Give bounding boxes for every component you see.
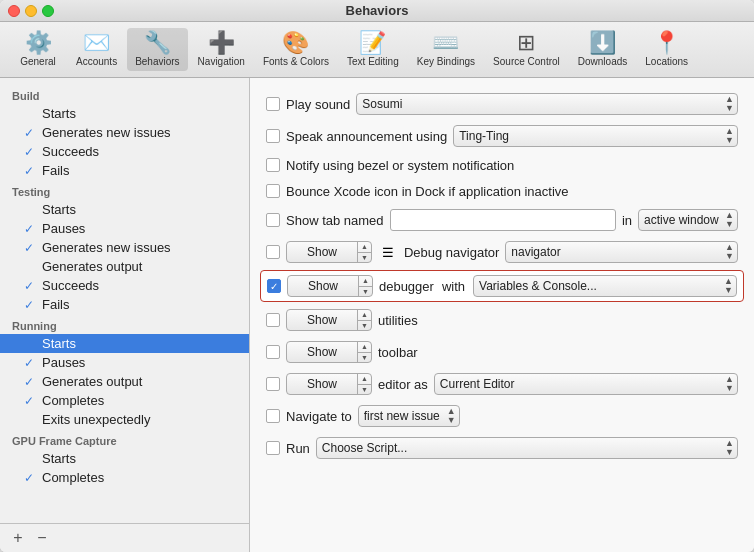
show-toolbar-checkbox[interactable]	[266, 345, 280, 359]
show-editor-stepper[interactable]: Show ▲ ▼	[286, 373, 372, 395]
show-debugger-up[interactable]: ▲	[359, 276, 372, 287]
editor-as-select[interactable]: Current Editor	[434, 373, 738, 395]
source-control-icon: ⊞	[517, 32, 535, 54]
show-toolbar-up[interactable]: ▲	[358, 342, 371, 353]
navigate-to-checkbox[interactable]	[266, 409, 280, 423]
toolbar-label-source-control: Source Control	[493, 56, 560, 67]
sidebar-item-gpu-starts[interactable]: Starts	[0, 449, 249, 468]
sidebar-item-build-new-issues[interactable]: ✓ Generates new issues	[0, 123, 249, 142]
sidebar-item-gpu-completes[interactable]: ✓ Completes	[0, 468, 249, 487]
sidebar-item-test-new-issues[interactable]: ✓ Generates new issues	[0, 238, 249, 257]
sidebar-item-run-exits[interactable]: Exits unexpectedly	[0, 410, 249, 429]
sidebar-item-test-fails[interactable]: ✓ Fails	[0, 295, 249, 314]
sidebar-item-build-succeeds[interactable]: ✓ Succeeds	[0, 142, 249, 161]
show-debugger-checkbox[interactable]: ✓	[267, 279, 281, 293]
titlebar: Behaviors	[0, 0, 754, 22]
sidebar-item-build-starts[interactable]: Starts	[0, 104, 249, 123]
toolbar-item-key-bindings[interactable]: ⌨️ Key Bindings	[409, 28, 483, 71]
sidebar-label-build-fails: Fails	[42, 163, 69, 178]
run-script-checkbox[interactable]	[266, 441, 280, 455]
main-window: Behaviors ⚙️ General ✉️ Accounts 🔧 Behav…	[0, 0, 754, 552]
show-utilities-down[interactable]: ▼	[358, 321, 371, 331]
speak-announcement-row: Speak announcement using Ting-Ting ▲▼	[266, 120, 738, 152]
toolbar-item-downloads[interactable]: ⬇️ Downloads	[570, 28, 635, 71]
in-label: in	[622, 213, 632, 228]
show-utilities-checkbox[interactable]	[266, 313, 280, 327]
utilities-label: utilities	[378, 313, 418, 328]
show-tab-input[interactable]	[390, 209, 616, 231]
navigate-to-select[interactable]: first new issue	[358, 405, 460, 427]
show-debugger-down[interactable]: ▼	[359, 287, 372, 297]
show-debugger-stepper[interactable]: Show ▲ ▼	[287, 275, 373, 297]
maximize-button[interactable]	[42, 5, 54, 17]
check-build-fails: ✓	[24, 164, 38, 178]
show-toolbar-stepper[interactable]: Show ▲ ▼	[286, 341, 372, 363]
toolbar-item-general[interactable]: ⚙️ General	[10, 28, 66, 71]
show-editor-checkbox[interactable]	[266, 377, 280, 391]
toolbar-item-locations[interactable]: 📍 Locations	[637, 28, 696, 71]
show-utilities-stepper[interactable]: Show ▲ ▼	[286, 309, 372, 331]
add-behavior-button[interactable]: +	[8, 528, 28, 548]
check-run-starts	[24, 337, 38, 351]
close-button[interactable]	[8, 5, 20, 17]
show-editor-down[interactable]: ▼	[358, 385, 371, 395]
sidebar-label-test-fails: Fails	[42, 297, 69, 312]
sidebar-group-testing: Testing	[0, 180, 249, 200]
sidebar-item-test-pauses[interactable]: ✓ Pauses	[0, 219, 249, 238]
show-tab-checkbox[interactable]	[266, 213, 280, 227]
show-editor-value: Show	[287, 377, 357, 391]
play-sound-select[interactable]: Sosumi	[356, 93, 738, 115]
sidebar-item-build-fails[interactable]: ✓ Fails	[0, 161, 249, 180]
show-navigator-down[interactable]: ▼	[358, 253, 371, 263]
toolbar-item-behaviors[interactable]: 🔧 Behaviors	[127, 28, 187, 71]
navigate-to-label: Navigate to	[286, 409, 352, 424]
notify-bezel-row: Notify using bezel or system notificatio…	[266, 152, 738, 178]
toolbar-item-source-control[interactable]: ⊞ Source Control	[485, 28, 568, 71]
check-gpu-completes: ✓	[24, 471, 38, 485]
check-run-pauses: ✓	[24, 356, 38, 370]
toolbar-item-text-editing[interactable]: 📝 Text Editing	[339, 28, 407, 71]
behaviors-icon: 🔧	[144, 32, 171, 54]
check-test-starts	[24, 203, 38, 217]
check-run-completes: ✓	[24, 394, 38, 408]
show-debugger-row: ✓ Show ▲ ▼ debugger with Variables & Con…	[260, 270, 744, 302]
sidebar-item-run-completes[interactable]: ✓ Completes	[0, 391, 249, 410]
with-label: with	[442, 279, 465, 294]
show-utilities-up[interactable]: ▲	[358, 310, 371, 321]
toolbar-item-accounts[interactable]: ✉️ Accounts	[68, 28, 125, 71]
notify-bezel-checkbox[interactable]	[266, 158, 280, 172]
debugger-option-select[interactable]: Variables & Console...	[473, 275, 737, 297]
bounce-icon-checkbox[interactable]	[266, 184, 280, 198]
check-build-succeeds: ✓	[24, 145, 38, 159]
show-editor-arrows: ▲ ▼	[357, 374, 371, 394]
toolbar: ⚙️ General ✉️ Accounts 🔧 Behaviors ➕ Nav…	[0, 22, 754, 78]
play-sound-checkbox[interactable]	[266, 97, 280, 111]
show-debugger-value: Show	[288, 279, 358, 293]
sidebar-item-test-starts[interactable]: Starts	[0, 200, 249, 219]
locations-icon: 📍	[653, 32, 680, 54]
navigate-to-row: Navigate to first new issue ▲▼	[266, 400, 738, 432]
speak-select[interactable]: Ting-Ting	[453, 125, 738, 147]
sidebar-item-run-starts[interactable]: Starts	[0, 334, 249, 353]
sidebar-item-run-output[interactable]: ✓ Generates output	[0, 372, 249, 391]
tab-window-select[interactable]: active window	[638, 209, 738, 231]
show-navigator-checkbox[interactable]	[266, 245, 280, 259]
remove-behavior-button[interactable]: −	[32, 528, 52, 548]
toolbar-item-navigation[interactable]: ➕ Navigation	[190, 28, 253, 71]
navigator-select-wrap: navigator ▲▼	[505, 241, 738, 263]
tab-window-select-wrap: active window ▲▼	[638, 209, 738, 231]
show-toolbar-down[interactable]: ▼	[358, 353, 371, 363]
show-navigator-stepper[interactable]: Show ▲ ▼	[286, 241, 372, 263]
minimize-button[interactable]	[25, 5, 37, 17]
navigator-select[interactable]: navigator	[505, 241, 738, 263]
show-editor-up[interactable]: ▲	[358, 374, 371, 385]
show-navigator-up[interactable]: ▲	[358, 242, 371, 253]
toolbar-label: toolbar	[378, 345, 418, 360]
sidebar-item-run-pauses[interactable]: ✓ Pauses	[0, 353, 249, 372]
run-script-select[interactable]: Choose Script...	[316, 437, 738, 459]
check-test-succeeds: ✓	[24, 279, 38, 293]
sidebar-item-test-succeeds[interactable]: ✓ Succeeds	[0, 276, 249, 295]
speak-announcement-checkbox[interactable]	[266, 129, 280, 143]
sidebar-item-test-output[interactable]: Generates output	[0, 257, 249, 276]
toolbar-item-fonts-colors[interactable]: 🎨 Fonts & Colors	[255, 28, 337, 71]
